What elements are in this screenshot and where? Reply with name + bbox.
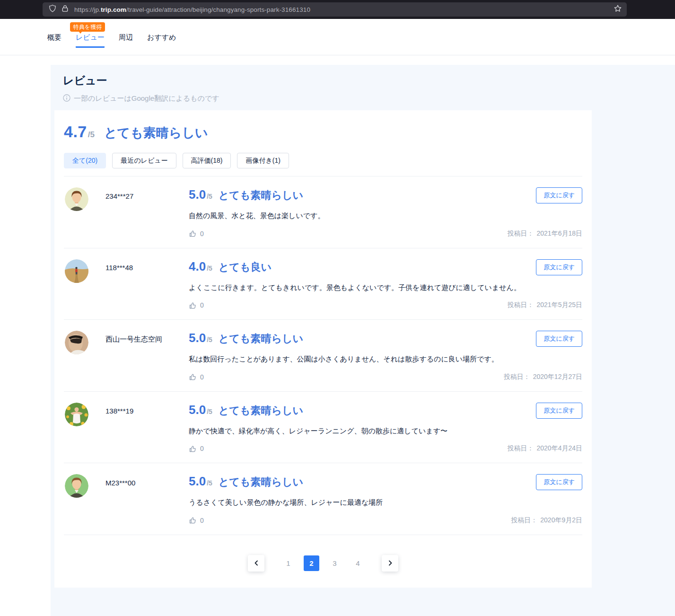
review-item: 234***27 5.0 /5 とても素晴らしい 原文に戻す 自然の風景、水と花… [64,176,582,248]
review-item: 西山一号生态空间 5.0 /5 とても素晴らしい 原文に戻す 私は数回行ったこと… [64,320,582,392]
review-text: 自然の風景、水と花、景色は楽しいです。 [189,211,582,221]
like-count: 0 [200,301,204,309]
page-1[interactable]: 1 [281,555,296,571]
bookmark-star-icon[interactable] [614,4,622,15]
tab-reviews[interactable]: レビュー [76,33,105,48]
info-icon [63,94,70,103]
url-text[interactable]: https://jp.trip.com/travel-guide/attract… [74,6,310,13]
shield-icon[interactable] [48,4,57,15]
like-button[interactable]: 0 [189,516,204,524]
filter-recent[interactable]: 最近のレビュー [112,153,176,168]
promo-badge[interactable]: 特典を獲得 [70,22,105,32]
avatar[interactable] [65,331,88,354]
lock-icon[interactable] [61,5,69,14]
filter-with-images[interactable]: 画像付き(1) [237,153,289,168]
like-count: 0 [200,230,204,238]
avatar[interactable] [65,403,88,426]
pagination: 1 2 3 4 [64,555,582,572]
tab-recommended[interactable]: おすすめ [147,33,176,48]
like-button[interactable]: 0 [189,301,204,309]
address-bar[interactable]: https://jp.trip.com/travel-guide/attract… [43,2,627,17]
reviews-card: 4.7 /5 とても素晴らしい 全て(20) 最近のレビュー 高評価(18) 画… [54,110,592,588]
reviewer-name[interactable]: 西山一号生态空间 [97,335,162,344]
review-score: 4.0 [189,259,206,274]
review-date: 投稿日：2020年12月27日 [504,373,582,381]
page-2[interactable]: 2 [304,555,319,571]
restore-original-button[interactable]: 原文に戻す [536,403,582,419]
review-score-suffix: /5 [207,193,212,200]
restore-original-button[interactable]: 原文に戻す [536,259,582,275]
review-score: 5.0 [189,474,206,489]
overall-score: 4.7 [64,123,87,141]
tab-nearby[interactable]: 周辺 [119,33,133,48]
restore-original-button[interactable]: 原文に戻す [536,187,582,203]
review-date: 投稿日：2021年5月25日 [507,301,582,309]
review-score-label: とても素晴らしい [219,475,303,489]
review-score: 5.0 [189,331,206,345]
overall-rating: 4.7 /5 とても素晴らしい [64,123,582,141]
review-score-suffix: /5 [207,336,212,343]
tab-overview[interactable]: 概要 [47,33,61,48]
prev-page-button[interactable] [248,555,264,572]
reviewer-name[interactable]: 234***27 [97,192,133,200]
review-score-suffix: /5 [207,408,212,415]
browser-toolbar: https://jp.trip.com/travel-guide/attract… [0,0,675,19]
avatar[interactable] [65,474,88,498]
review-date: 投稿日：2020年4月24日 [507,444,582,453]
restore-original-button[interactable]: 原文に戻す [536,474,582,490]
overall-score-suffix: /5 [88,130,95,140]
review-item: M23***00 5.0 /5 とても素晴らしい 原文に戻す うるさくて美しい景… [64,463,582,535]
review-score-label: とても素晴らしい [219,404,303,418]
filter-high-rating[interactable]: 高評価(18) [183,153,231,168]
reviewer-name[interactable]: M23***00 [97,479,135,487]
review-score: 5.0 [189,187,206,202]
url-domain: trip.com [101,6,126,13]
like-count: 0 [200,517,204,524]
page-4[interactable]: 4 [350,555,366,571]
review-text: うるさくて美しい景色の静かな場所、レジャーに最適な場所 [189,497,582,508]
review-score-label: とても素晴らしい [219,188,303,202]
review-item: 138***19 5.0 /5 とても素晴らしい 原文に戻す 静かで快適で、緑化… [64,392,582,464]
avatar[interactable] [65,259,88,283]
like-button[interactable]: 0 [189,445,204,453]
review-text: 静かで快適で、緑化率が高く、レジャーランニング、朝の散歩に適しています〜 [189,426,582,437]
overall-score-label: とても素晴らしい [104,124,208,141]
reviewer-name[interactable]: 118***48 [97,264,133,272]
next-page-button[interactable] [382,555,398,572]
avatar[interactable] [65,187,88,211]
filter-all[interactable]: 全て(20) [64,153,106,168]
page-3[interactable]: 3 [327,555,342,571]
like-button[interactable]: 0 [189,229,204,238]
attraction-tab-bar: 特典を獲得 概要 レビュー 周辺 おすすめ [0,19,675,55]
review-score-label: とても素晴らしい [219,332,303,346]
like-count: 0 [200,445,204,452]
review-date: 投稿日：2020年9月2日 [511,516,582,525]
review-filters: 全て(20) 最近のレビュー 高評価(18) 画像付き(1) [64,153,582,168]
section-title: レビュー [63,73,663,88]
url-prefix: https://jp. [74,6,101,13]
translation-notice: 一部のレビューはGoogle翻訳によるものです [74,94,219,103]
review-score-label: とても良い [219,260,272,274]
review-item: 118***48 4.0 /5 とても良い 原文に戻す よくここに行きます。とて… [64,248,582,320]
review-score-suffix: /5 [207,264,212,272]
like-button[interactable]: 0 [189,373,204,381]
reviewer-name[interactable]: 138***19 [97,407,133,415]
review-text: 私は数回行ったことがあります、公園は小さくありません、それは散歩するのに良い場所… [189,354,582,365]
review-score: 5.0 [189,403,206,417]
review-text: よくここに行きます。とてもきれいです。景色もよくないです。子供を連れて遊びに適し… [189,282,582,293]
like-count: 0 [200,373,204,381]
reviews-section: レビュー 一部のレビューはGoogle翻訳によるものです 4.7 /5 とても素… [51,65,675,616]
url-path: /travel-guide/attraction/beijing/changya… [126,6,310,13]
review-score-suffix: /5 [207,479,212,487]
review-date: 投稿日：2021年6月18日 [507,229,582,238]
restore-original-button[interactable]: 原文に戻す [536,331,582,347]
